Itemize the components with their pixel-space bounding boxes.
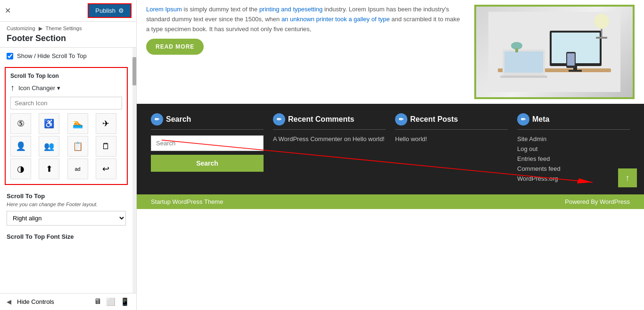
icon-cell[interactable]: ↩	[96, 159, 116, 179]
footer-comments-col: ✏ Recent Comments A WordPress Commenter …	[273, 113, 386, 185]
search-icon-input[interactable]	[10, 97, 122, 109]
svg-rect-5	[569, 70, 582, 72]
svg-rect-7	[504, 51, 543, 73]
content-section: Lorem Ipsum is simply dummy text of the …	[137, 0, 644, 104]
right-panel: Lorem Ipsum is simply dummy text of the …	[137, 0, 644, 310]
panel-scroll-area: Show / Hide Scroll To Top Scroll To Top …	[0, 48, 132, 293]
scrollbar-track[interactable]	[132, 48, 136, 293]
pencil-icon-comments: ✏	[273, 113, 285, 126]
scroll-icon-section-title: Scroll To Top Icon	[10, 73, 122, 79]
icon-cell[interactable]: ad	[67, 159, 88, 179]
footer-search-title: ✏ Search	[151, 113, 264, 130]
footer-section: ✏ Search Search ✏ Recent Comments A Word…	[137, 104, 644, 194]
footer-powered-by: Powered By WordPress	[565, 198, 630, 205]
left-panel: ✕ Publish ⚙ Customizing ▶ Theme Settings…	[0, 0, 137, 310]
footer-posts-col: ✏ Recent Posts Hello world!	[395, 113, 508, 185]
scroll-to-top-button[interactable]: ↑	[618, 168, 637, 187]
scrollbar-thumb	[132, 57, 136, 85]
icon-cell[interactable]: ◑	[10, 159, 31, 179]
icon-cell[interactable]: 👥	[39, 136, 59, 157]
svg-rect-15	[515, 49, 518, 52]
meta-site-admin[interactable]: Site Admin	[517, 135, 630, 142]
publish-button[interactable]: Publish ⚙	[88, 3, 132, 18]
hide-controls-label[interactable]: Hide Controls	[17, 298, 54, 305]
chevron-left-icon: ◀	[7, 298, 11, 305]
show-hide-checkbox-row: Show / Hide Scroll To Top	[0, 48, 132, 64]
theme-settings-link[interactable]: Theme Settings	[45, 25, 82, 31]
breadcrumb: Customizing ▶ Theme Settings	[0, 22, 136, 34]
comment-item[interactable]: A WordPress Commenter on Hello world!	[273, 135, 386, 142]
comments-col-label: Recent Comments	[288, 115, 354, 124]
scroll-top-desc: Here you can change the Footer layout.	[7, 201, 126, 207]
footer-search-input[interactable]	[151, 135, 264, 151]
meta-log-out[interactable]: Log out	[517, 145, 630, 152]
content-text: Lorem Ipsum is simply dummy text of the …	[146, 5, 465, 99]
footer-meta-title: ✏ Meta	[517, 113, 630, 130]
icon-cell[interactable]: ♿	[39, 113, 59, 134]
footer-search-button[interactable]: Search	[151, 155, 264, 172]
meta-comments-feed[interactable]: Comments feed	[517, 165, 630, 172]
image-placeholder	[474, 5, 635, 99]
meta-col-label: Meta	[532, 115, 549, 124]
gear-icon: ⚙	[118, 7, 124, 14]
mobile-icon[interactable]: 📱	[120, 297, 130, 306]
footer-meta-col: ✏ Meta Site Admin Log out Entries feed C…	[517, 113, 630, 185]
icon-changer-dropdown[interactable]: Icon Changer ▾	[18, 84, 60, 92]
meta-entries-feed[interactable]: Entries feed	[517, 155, 630, 162]
icon-cell[interactable]: ✈	[96, 113, 116, 134]
scroll-top-label: Scroll To Top	[7, 193, 126, 200]
svg-rect-10	[567, 53, 575, 66]
preview-area: Lorem Ipsum is simply dummy text of the …	[137, 0, 644, 310]
device-icons: 🖥 ⬜ 📱	[94, 297, 130, 306]
footer-theme-name: Startup WordPress Theme	[151, 198, 223, 205]
scroll-font-section: Scroll To Top Font Size	[0, 230, 132, 245]
show-hide-checkbox[interactable]	[7, 53, 13, 59]
scroll-top-section: Scroll To Top Here you can change the Fo…	[0, 188, 132, 230]
top-bar: ✕ Publish ⚙	[0, 0, 136, 22]
icon-cell[interactable]: ⬆	[39, 159, 59, 179]
publish-label: Publish	[95, 7, 116, 14]
lorem-link[interactable]: Lorem Ipsum	[146, 6, 182, 13]
icon-grid: ⑤ ♿ 🏊 ✈ 👤 👥 📋 🗒 ◑ ⬆ ad ↩	[10, 113, 122, 179]
show-hide-label: Show / Hide Scroll To Top	[17, 52, 87, 59]
body-text: Lorem Ipsum is simply dummy text of the …	[146, 5, 465, 34]
breadcrumb-arrow: ▶	[39, 25, 42, 31]
unknown-link[interactable]: an unknown printer took a galley of type	[281, 16, 390, 23]
chevron-down-icon: ▾	[57, 84, 60, 92]
posts-col-label: Recent Posts	[410, 115, 458, 124]
svg-rect-13	[596, 37, 607, 39]
post-item[interactable]: Hello world!	[395, 135, 508, 142]
scroll-font-label: Scroll To Top Font Size	[7, 233, 126, 240]
footer-search-col: ✏ Search Search	[151, 113, 264, 185]
pencil-icon-search: ✏	[151, 113, 163, 126]
meta-wordpress-org[interactable]: WordPress.org	[517, 175, 630, 182]
up-arrow-preview: ↑	[10, 83, 15, 93]
footer-posts-title: ✏ Recent Posts	[395, 113, 508, 130]
search-col-label: Search	[166, 115, 191, 124]
svg-rect-8	[500, 75, 547, 78]
close-button[interactable]: ✕	[5, 6, 11, 15]
tablet-icon[interactable]: ⬜	[106, 297, 116, 306]
desktop-icon[interactable]: 🖥	[94, 297, 101, 306]
svg-point-11	[594, 14, 609, 29]
printing-link[interactable]: printing and typesetting	[259, 6, 322, 13]
footer-columns: ✏ Search Search ✏ Recent Comments A Word…	[151, 113, 630, 185]
icon-cell[interactable]: 🏊	[67, 113, 88, 134]
icon-changer-label: Icon Changer	[18, 84, 55, 92]
icon-cell[interactable]: 📋	[67, 136, 88, 157]
footer-bottom-bar: Startup WordPress Theme Powered By WordP…	[137, 194, 644, 209]
bottom-bar: ◀ Hide Controls 🖥 ⬜ 📱	[0, 293, 136, 310]
icon-cell[interactable]: 👤	[10, 136, 31, 157]
icon-cell[interactable]: 🗒	[96, 136, 116, 157]
read-more-button[interactable]: READ MORE	[146, 39, 204, 55]
content-image	[474, 5, 635, 99]
icon-changer-row: ↑ Icon Changer ▾	[10, 83, 122, 93]
svg-point-14	[511, 42, 522, 50]
icon-cell[interactable]: ⑤	[10, 113, 31, 134]
desk-illustration	[476, 7, 633, 97]
pencil-icon-posts: ✏	[395, 113, 407, 126]
align-select[interactable]: Right align Left align Center align	[7, 211, 126, 226]
customizing-link[interactable]: Customizing	[7, 25, 35, 31]
section-title: Footer Section	[0, 34, 136, 47]
scroll-icon-section: Scroll To Top Icon ↑ Icon Changer ▾ ⑤ ♿ …	[5, 67, 128, 185]
